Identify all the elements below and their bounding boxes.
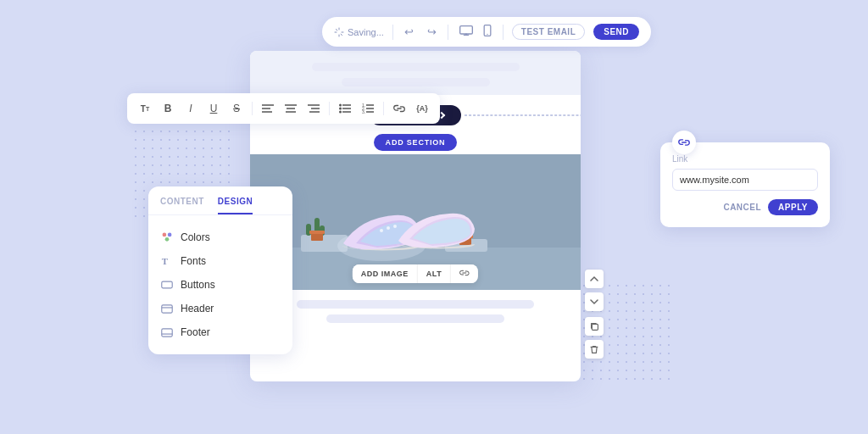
panel-item-header[interactable]: Header	[157, 297, 284, 320]
add-section-button[interactable]: ADD SECTION	[374, 134, 458, 151]
align-right-button[interactable]	[304, 99, 323, 118]
panel-item-fonts[interactable]: T Fonts	[157, 249, 284, 273]
canvas-image-area: ADD IMAGE ALT	[250, 154, 581, 290]
move-down-button[interactable]	[585, 292, 604, 311]
redo-button[interactable]: ↪	[425, 24, 439, 40]
svg-point-12	[339, 104, 342, 107]
dashed-connector	[465, 115, 581, 116]
strikethrough-button[interactable]: S	[227, 99, 246, 118]
link-popup-icon	[672, 131, 696, 154]
svg-rect-50	[162, 328, 172, 336]
format-toolbar: TT B I U S	[127, 93, 440, 124]
image-link-button[interactable]	[451, 264, 478, 283]
chevron-down-icon	[590, 298, 598, 305]
numbered-list-icon: 1. 2. 3.	[362, 103, 374, 114]
bullet-list-button[interactable]	[336, 99, 354, 118]
bullet-list-icon	[339, 103, 351, 114]
buttons-label: Buttons	[181, 279, 215, 291]
svg-point-41	[393, 225, 397, 228]
add-section-wrapper: ADD SECTION	[250, 134, 581, 151]
duplicate-icon	[590, 322, 599, 331]
colors-icon	[160, 231, 174, 244]
link-chain-icon	[678, 137, 690, 147]
bold-button[interactable]: B	[159, 99, 177, 118]
link-button[interactable]	[390, 99, 409, 118]
saving-status: Saving...	[334, 27, 384, 37]
svg-point-43	[163, 233, 167, 237]
design-panel: CONTENT DESIGN Colors T Fonts	[148, 186, 292, 354]
align-left-icon	[262, 103, 274, 114]
fmt-separator-3	[383, 102, 384, 115]
align-center-button[interactable]	[281, 99, 300, 118]
delete-button[interactable]	[585, 340, 604, 359]
buttons-icon	[160, 278, 174, 292]
canvas-footer-line-1	[297, 300, 534, 309]
panel-item-colors[interactable]: Colors	[157, 225, 284, 249]
font-size-button[interactable]: TT	[136, 99, 154, 118]
fmt-separator-2	[329, 102, 330, 115]
tab-design[interactable]: DESIGN	[218, 197, 253, 214]
underline-button[interactable]: U	[204, 99, 223, 118]
panel-items: Colors T Fonts Buttons	[148, 222, 292, 354]
svg-point-40	[387, 226, 390, 230]
numbered-list-button[interactable]: 1. 2. 3.	[359, 99, 377, 118]
undo-button[interactable]: ↩	[402, 24, 416, 40]
fmt-separator-1	[252, 102, 253, 115]
link-input[interactable]	[672, 169, 818, 191]
link-popup-label: Link	[672, 154, 818, 164]
header-label: Header	[181, 303, 214, 314]
toolbar-divider-3	[503, 25, 504, 40]
device-icons	[457, 23, 494, 41]
tab-content[interactable]: CONTENT	[160, 197, 204, 214]
fonts-icon: T	[160, 254, 174, 268]
link-popup-actions: CANCEL APPLY	[672, 199, 818, 215]
panel-tabs: CONTENT DESIGN	[148, 186, 292, 215]
alt-button[interactable]: ALT	[418, 264, 451, 283]
canvas-header-line-2	[342, 78, 490, 86]
send-button[interactable]: SEND	[593, 24, 639, 40]
link-apply-button[interactable]: APPLY	[768, 199, 818, 215]
trash-icon	[590, 345, 598, 354]
align-center-icon	[285, 103, 297, 114]
desktop-icon	[459, 25, 473, 36]
mobile-icon	[483, 25, 492, 36]
align-right-icon	[308, 103, 320, 114]
chevron-up-icon	[590, 275, 598, 282]
toolbar-divider-2	[448, 25, 448, 40]
variable-button[interactable]: {A}	[413, 99, 431, 118]
canvas-footer-line-2	[326, 314, 504, 323]
svg-point-39	[380, 229, 383, 232]
italic-button[interactable]: I	[181, 99, 200, 118]
panel-item-footer[interactable]: Footer	[157, 320, 284, 344]
image-action-bar: ADD IMAGE ALT	[353, 264, 478, 283]
svg-point-44	[168, 233, 172, 237]
top-toolbar: Saving... ↩ ↪ TEST EMAIL SEND	[322, 17, 651, 47]
panel-item-buttons[interactable]: Buttons	[157, 273, 284, 297]
link-popup: Link CANCEL APPLY	[660, 142, 830, 227]
image-link-icon	[459, 269, 470, 277]
move-up-button[interactable]	[585, 270, 604, 288]
header-icon	[160, 302, 174, 315]
mobile-view-button[interactable]	[481, 23, 494, 41]
toolbar-divider-1	[392, 25, 393, 40]
saving-text: Saving...	[348, 27, 384, 37]
svg-text:3.: 3.	[362, 109, 365, 114]
desktop-view-button[interactable]	[457, 23, 476, 41]
side-actions	[585, 270, 604, 359]
fonts-label: Fonts	[181, 255, 206, 267]
colors-label: Colors	[181, 231, 210, 243]
canvas-footer-area	[250, 290, 581, 333]
duplicate-button[interactable]	[585, 317, 604, 336]
add-image-button[interactable]: ADD IMAGE	[353, 264, 418, 283]
svg-point-2	[487, 34, 487, 35]
align-left-button[interactable]	[259, 99, 277, 118]
footer-label: Footer	[181, 326, 210, 338]
saving-icon	[334, 27, 344, 37]
link-cancel-button[interactable]: CANCEL	[723, 199, 761, 215]
svg-point-14	[339, 108, 342, 110]
test-email-button[interactable]: TEST EMAIL	[512, 24, 585, 40]
svg-point-45	[165, 237, 170, 242]
svg-point-16	[339, 111, 342, 114]
link-icon	[393, 104, 405, 113]
svg-rect-47	[162, 281, 172, 288]
